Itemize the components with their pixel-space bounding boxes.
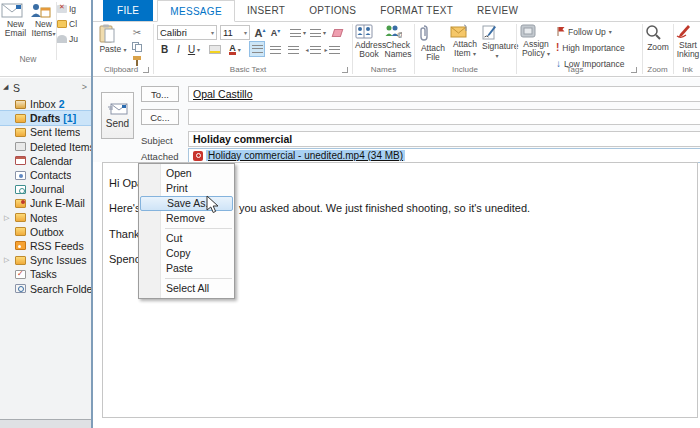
attached-field[interactable]: Holiday commercial - unedited.mp4 (34 MB… xyxy=(188,148,700,163)
subject-field[interactable]: Holiday commercial xyxy=(188,131,700,147)
inbox-icon xyxy=(15,100,26,109)
high-importance-icon: ! xyxy=(556,42,559,53)
align-right-icon xyxy=(288,46,299,54)
sidebar-item-deleted-items[interactable]: Deleted Items xyxy=(0,140,91,154)
new-items-button[interactable]: New Items▾ xyxy=(29,3,58,39)
tab-format-text[interactable]: FORMAT TEXT xyxy=(368,0,465,21)
tab-message[interactable]: MESSAGE xyxy=(157,0,235,22)
check-names-button[interactable]: @ Check Names xyxy=(384,24,412,59)
align-center-button[interactable] xyxy=(267,42,283,57)
bullets-button[interactable]: ▾ xyxy=(289,25,307,40)
tab-review[interactable]: REVIEW xyxy=(465,0,530,21)
expand-icon[interactable]: ▷ xyxy=(4,214,9,222)
menu-item-select-all[interactable]: Select All xyxy=(139,281,234,296)
new-email-button[interactable]: New Email xyxy=(1,3,30,38)
sidebar-item-outbox[interactable]: Outbox xyxy=(0,225,91,239)
highlight-button[interactable] xyxy=(207,42,223,57)
sidebar-item-contacts[interactable]: Contacts xyxy=(0,168,91,182)
tags-dialog-launcher[interactable] xyxy=(631,67,637,73)
attachment-chip[interactable]: Holiday commercial - unedited.mp4 (34 MB… xyxy=(206,150,405,161)
italic-button[interactable]: I xyxy=(173,42,184,57)
sidebar-item-drafts[interactable]: Drafts[1] xyxy=(0,111,91,125)
clipboard-dialog-launcher[interactable] xyxy=(143,67,149,73)
unread-count-badge: 2 xyxy=(59,98,65,110)
sent-items-icon xyxy=(15,128,26,137)
high-importance-button[interactable]: ! High Importance xyxy=(556,42,625,53)
font-size-select[interactable]: 11▾ xyxy=(220,25,250,40)
collapse-pane-icon[interactable]: > xyxy=(82,82,87,92)
attach-item-button[interactable]: Attach Item ▾ xyxy=(450,24,480,59)
calendar-icon xyxy=(15,156,26,165)
start-inking-button[interactable]: Start Inking xyxy=(675,24,700,59)
align-left-button[interactable] xyxy=(249,41,265,57)
shrink-font-button[interactable]: A▾ xyxy=(269,25,282,40)
address-book-button[interactable]: Address Book xyxy=(355,24,383,59)
menu-item-open[interactable]: Open xyxy=(139,166,234,181)
to-button[interactable]: To... xyxy=(141,86,179,102)
junk-button[interactable]: Ju xyxy=(57,34,78,44)
zoom-group-label: Zoom xyxy=(643,65,672,74)
tab-file[interactable]: FILE xyxy=(103,0,153,21)
decrease-indent-button[interactable]: ◂ xyxy=(305,42,321,57)
bold-button[interactable]: B xyxy=(158,42,171,57)
tab-options[interactable]: OPTIONS xyxy=(297,0,368,21)
cut-icon: ✂ xyxy=(133,27,141,38)
new-items-label: New Items xyxy=(32,19,53,38)
cc-field[interactable] xyxy=(188,109,700,125)
follow-up-button[interactable]: Follow Up▾ xyxy=(556,26,612,37)
menu-item-paste[interactable]: Paste xyxy=(139,261,234,276)
menu-item-print[interactable]: Print xyxy=(139,181,234,196)
menu-separator xyxy=(165,228,232,229)
sidebar-item-notes[interactable]: ▷Notes xyxy=(0,211,91,225)
cut-button[interactable]: ✂ xyxy=(130,25,144,40)
send-button[interactable]: Send xyxy=(101,92,134,139)
new-items-icon xyxy=(29,3,58,18)
attachment-context-menu: OpenPrintSave As...RemoveCutCopyPasteSel… xyxy=(138,163,235,299)
unread-count-badge: [1] xyxy=(63,112,76,124)
clear-formatting-button[interactable] xyxy=(331,25,344,40)
attached-label: Attached xyxy=(141,151,179,162)
tab-insert[interactable]: INSERT xyxy=(235,0,297,21)
underline-button[interactable]: U▾ xyxy=(186,42,202,57)
numbering-button[interactable]: ▾ xyxy=(309,25,327,40)
sidebar-item-search-folders[interactable]: Search Folders xyxy=(0,281,91,295)
assign-policy-icon xyxy=(520,24,552,38)
signature-button[interactable]: Signature ▾ xyxy=(482,24,512,61)
to-field[interactable]: Opal Castillo xyxy=(188,86,700,102)
align-right-button[interactable] xyxy=(285,42,301,57)
menu-item-cut[interactable]: Cut xyxy=(139,231,234,246)
include-group-label: Include xyxy=(418,65,512,74)
account-expand-icon[interactable]: ◢ xyxy=(3,83,8,91)
ignore-button[interactable]: Ig xyxy=(57,4,76,14)
outbox-icon xyxy=(15,227,26,236)
menu-item-copy[interactable]: Copy xyxy=(139,246,234,261)
cc-button[interactable]: Cc... xyxy=(141,109,179,125)
sidebar-item-journal[interactable]: Journal xyxy=(0,182,91,196)
sidebar-item-tasks[interactable]: Tasks xyxy=(0,267,91,281)
sidebar-item-inbox[interactable]: Inbox2 xyxy=(0,97,91,111)
folder-pane-header[interactable]: ◢ S > xyxy=(0,82,91,96)
sidebar-item-rss-feeds[interactable]: RSS Feeds xyxy=(0,239,91,253)
attach-file-button[interactable]: Attach File xyxy=(418,24,448,62)
paste-button[interactable]: Paste ▾ xyxy=(99,24,127,55)
sync-issues-icon xyxy=(15,256,26,265)
sidebar-item-sync-issues[interactable]: ▷Sync Issues xyxy=(0,253,91,267)
assign-policy-button[interactable]: Assign Policy ▾ xyxy=(520,24,552,59)
sidebar-item-calendar[interactable]: Calendar xyxy=(0,154,91,168)
attachment-file-icon xyxy=(193,151,203,161)
zoom-button[interactable]: Zoom xyxy=(645,24,671,52)
cleanup-button[interactable]: Cl xyxy=(57,19,77,29)
expand-icon[interactable]: ▷ xyxy=(4,256,9,264)
to-recipient[interactable]: Opal Castillo xyxy=(193,88,253,100)
font-name-select[interactable]: Calibri▾ xyxy=(157,25,217,40)
grow-font-button[interactable]: A▴ xyxy=(253,25,267,40)
new-items-dropdown-arrow: ▾ xyxy=(52,31,55,37)
group-new-label: New xyxy=(0,54,56,64)
copy-button[interactable] xyxy=(130,39,144,54)
sidebar-item-sent-items[interactable]: Sent Items xyxy=(0,125,91,139)
message-ribbon: Paste ▾ ✂ Clipboard Calibri▾ 11▾ A▴ A▾ ▾… xyxy=(93,22,700,77)
basic-text-dialog-launcher[interactable] xyxy=(342,67,348,73)
increase-indent-button[interactable]: ▸ xyxy=(324,42,340,57)
font-color-button[interactable]: A▾ xyxy=(226,42,244,57)
sidebar-item-junk-e-mail[interactable]: Junk E-Mail xyxy=(0,196,91,210)
